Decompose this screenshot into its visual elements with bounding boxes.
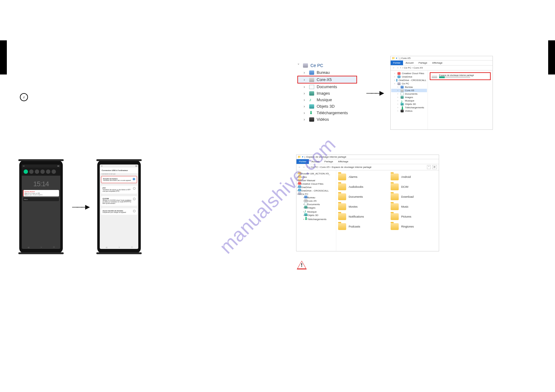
dropdown-icon[interactable]: ▾ [396,57,397,60]
sidebar-item-onedrive[interactable]: ›OneDrive [391,75,427,79]
chevron-right-icon[interactable]: › [397,110,399,112]
folder-audiobooks[interactable]: Audiobooks [338,183,384,190]
chevron-right-icon[interactable]: › [397,86,399,88]
chevron-right-icon[interactable]: › [394,72,396,74]
tree-item-téléchargements[interactable]: ›⬇Téléchargements [297,110,357,116]
chevron-right-icon[interactable]: › [397,89,399,92]
folder-dcim[interactable]: DCIM [391,183,437,190]
chevron-down-icon[interactable]: ˅ [297,63,300,68]
usb-option-no-transfer[interactable]: Aucun transfert de données Uniquement po… [101,208,137,215]
sidebar-item-bureau[interactable]: ›Bureau [297,196,335,199]
chevron-right-icon[interactable]: › [304,91,307,96]
qs-tile[interactable] [29,169,34,174]
folder-pictures[interactable]: Pictures [391,213,437,220]
sidebar-item-t-l-chargements[interactable]: ›⬇Téléchargements [297,217,335,221]
sidebar-item-documents[interactable]: ›Documents [297,202,335,206]
folder-documents[interactable]: Documents [338,193,384,200]
radio-selected-icon[interactable] [133,178,135,180]
chevron-right-icon[interactable]: › [394,79,395,81]
breadcrumb[interactable]: › Ce PC › Core-X5 [402,66,423,69]
sidebar-item-core-x5[interactable]: ›Core-X5 [391,89,427,92]
usb-option-file-transfer[interactable]: Transfert de fichiers Transférez des fic… [101,176,137,183]
sidebar-item-dossier-um-action-x5-[interactable]: ›Dossier UM_ACTION-X5_ [297,172,335,175]
nav-forward-icon[interactable]: → [302,166,305,169]
folder-music[interactable]: Music [391,203,437,210]
tab-affichage[interactable]: Affichage [336,159,351,164]
tab-accueil[interactable]: Accueil [309,159,322,164]
android-nav-bar[interactable]: ◁○□ [100,245,138,249]
sidebar-item-documents[interactable]: ›Documents [391,92,427,96]
sidebar-item-images[interactable]: ›Images [391,96,427,99]
nav-up-icon[interactable]: ↑ [400,66,401,69]
sidebar-item-bureau[interactable]: ›Bureau [391,85,427,89]
sidebar-item-objets-3d[interactable]: ›Objets 3D [297,213,335,217]
chevron-right-icon[interactable]: › [397,93,399,95]
sidebar-item-musique[interactable]: ›♪Musique [391,99,427,102]
folder-alarms[interactable]: Alarms [338,173,384,180]
nav-up-icon[interactable]: ↑ [306,166,308,169]
tab-partage[interactable]: Partage [322,159,336,164]
sidebar-item-vid-os[interactable]: ›Vidéos [391,109,427,113]
sidebar-item-core-x5[interactable]: ›Core-X5 [297,199,335,202]
sidebar-item-ce-pc[interactable]: ›Ce PC [297,192,335,196]
chevron-right-icon[interactable]: › [394,83,396,85]
qs-tile[interactable] [35,169,39,174]
sidebar-item-onedrive-crosscall[interactable]: ›OneDrive - CROSSCALL [297,189,335,192]
folder-podcasts[interactable]: Podcasts [338,223,384,230]
nav-back-icon[interactable]: ← [392,66,395,69]
clear-button[interactable]: Effacer [23,198,59,201]
chevron-right-icon[interactable]: › [397,96,399,98]
tab-fichier[interactable]: Fichier [296,159,309,164]
dropdown-icon[interactable]: ▾ [302,155,303,158]
chevron-right-icon[interactable]: › [304,77,307,82]
qs-tile[interactable] [24,169,28,174]
radio-icon[interactable] [133,198,135,200]
folder-notifications[interactable]: Notifications [338,213,384,220]
internal-storage-item[interactable]: Espace de stockage interne partagé [430,72,491,80]
tree-root-ce-pc[interactable]: ˅ Ce PC [297,63,357,68]
folder-movies[interactable]: Movies [338,203,384,210]
android-nav-bar[interactable]: ◁○□ [22,245,60,249]
qs-tile[interactable] [40,169,45,174]
breadcrumb[interactable]: › Ce PC › Core-X5 › Espace de stockage i… [309,166,372,169]
tab-fichier[interactable]: Fichier [391,61,403,65]
tree-item-musique[interactable]: ›♪Musique [297,97,357,103]
qs-tile[interactable] [52,169,56,174]
tab-accueil[interactable]: Accueil [403,61,416,65]
chevron-right-icon[interactable]: › [397,106,399,109]
qs-tile[interactable] [46,169,50,174]
chevron-right-icon[interactable]: › [304,97,307,102]
tree-item-core-x5[interactable]: ›Core-X5 [297,76,357,83]
usb-notification-card[interactable]: Système Android Appareil en charge via U… [23,190,59,196]
usb-option-ptp[interactable]: PTP Transférez des photos ou des fichier… [101,186,137,194]
sidebar-item-onedrive[interactable]: ›OneDrive [297,185,335,189]
refresh-icon[interactable]: ⟳ [432,165,437,169]
chevron-right-icon[interactable]: › [397,100,399,102]
folder-android[interactable]: Android [391,173,437,180]
chevron-right-icon[interactable]: › [304,110,307,115]
chevron-right-icon[interactable]: › [304,70,307,75]
nav-back-icon[interactable]: ← [298,166,301,169]
address-bar[interactable]: ← → ↑ › Ce PC › Core-X5 [391,65,493,70]
folder-download[interactable]: Download [391,193,437,200]
nav-forward-icon[interactable]: → [396,66,399,69]
sidebar-item-images[interactable]: ›Images [297,206,335,209]
tree-item-documents[interactable]: ›Documents [297,83,357,90]
sidebar-item-creative-cloud-files[interactable]: ›Creative Cloud Files [391,72,427,75]
usb-option-cdrom[interactable]: CD ROM Affichez un CD-ROM virtuel. Fonds… [101,196,137,206]
sidebar-item-objets-3d[interactable]: ›Objets 3D [391,102,427,106]
sidebar-item-ce-pc[interactable]: ›Ce PC [391,82,427,85]
address-bar[interactable]: ← → ↑ › Ce PC › Core-X5 › Espace de stoc… [296,164,439,170]
tree-item-images[interactable]: ›Images [297,90,357,97]
tree-item-vidéos[interactable]: ›Vidéos [297,116,357,123]
sidebar-item-user-manual[interactable]: ›User Manual [297,178,335,182]
radio-icon[interactable] [133,187,135,190]
tree-item-objets-3d[interactable]: ›Objets 3D [297,103,357,110]
tab-partage[interactable]: Partage [416,61,430,65]
tab-affichage[interactable]: Affichage [430,61,445,65]
chevron-right-icon[interactable]: › [304,84,307,89]
tree-item-bureau[interactable]: ›Bureau [297,69,357,76]
sidebar-item-creative-cloud-files[interactable]: ›Creative Cloud Files [297,182,335,185]
dropdown-icon[interactable]: ˅ [427,165,431,169]
chevron-right-icon[interactable]: › [397,103,399,105]
